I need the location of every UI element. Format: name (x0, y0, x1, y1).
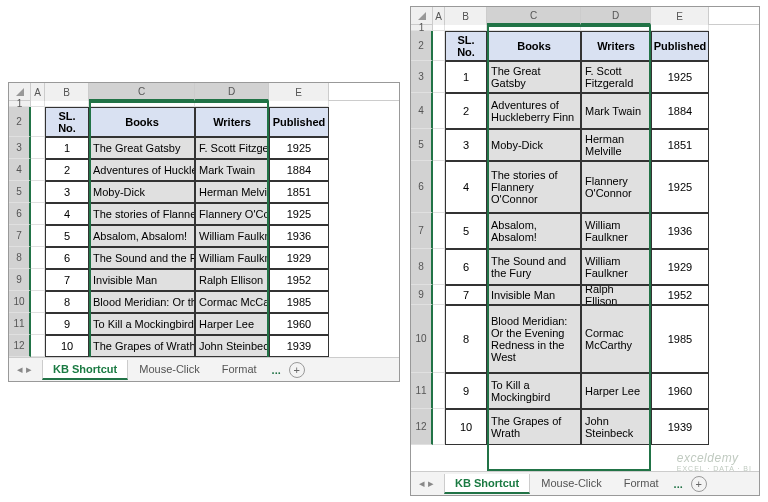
cell-writer[interactable]: Herman Melville (581, 129, 651, 161)
row-header[interactable]: 4 (411, 93, 433, 129)
col-D[interactable]: D (581, 7, 651, 25)
cell-book[interactable]: The Great Gatsby (89, 137, 195, 159)
row-header[interactable]: 5 (411, 129, 433, 161)
cell-year[interactable]: 1939 (651, 409, 709, 445)
cell-writer[interactable]: Harper Lee (581, 373, 651, 409)
cell-writer[interactable]: Ralph Ellison (195, 269, 269, 291)
cell-writer[interactable]: William Faulkner (581, 213, 651, 249)
cell-writer[interactable]: John Steinbeck (581, 409, 651, 445)
row-header[interactable]: 12 (411, 409, 433, 445)
tab-nav[interactable]: ◂ ▸ (419, 477, 444, 490)
cell-writer[interactable]: Cormac McCarthy (195, 291, 269, 313)
col-A[interactable]: A (433, 7, 445, 25)
new-sheet-button[interactable]: + (289, 362, 305, 378)
cell-book[interactable]: Blood Meridian: Or the Evening Redness i… (487, 305, 581, 373)
row-header[interactable]: 6 (9, 203, 31, 225)
row-header[interactable]: 11 (411, 373, 433, 409)
row-header[interactable]: 10 (9, 291, 31, 313)
row-header[interactable]: 2 (9, 107, 31, 137)
row-header[interactable]: 7 (9, 225, 31, 247)
row-header[interactable]: 10 (411, 305, 433, 373)
cell-year[interactable]: 1960 (269, 313, 329, 335)
col-A[interactable]: A (31, 83, 45, 101)
row-header[interactable]: 3 (411, 61, 433, 93)
tab-kb-shortcut[interactable]: KB Shortcut (444, 474, 530, 494)
cell-book[interactable]: The Grapes of Wrath (487, 409, 581, 445)
cell-sl[interactable]: 9 (445, 373, 487, 409)
col-E[interactable]: E (651, 7, 709, 25)
col-C[interactable]: C (89, 83, 195, 101)
row-header[interactable]: 6 (411, 161, 433, 213)
cell-sl[interactable]: 2 (45, 159, 89, 181)
cell-year[interactable]: 1884 (269, 159, 329, 181)
cell-book[interactable]: Absalom, Absalom! (487, 213, 581, 249)
row-header[interactable]: 5 (9, 181, 31, 203)
row-header[interactable]: 7 (411, 213, 433, 249)
row-header[interactable]: 12 (9, 335, 31, 357)
cell-writer[interactable]: Ralph Ellison (581, 285, 651, 305)
col-D[interactable]: D (195, 83, 269, 101)
cell-year[interactable]: 1925 (651, 161, 709, 213)
cell-sl[interactable]: 6 (45, 247, 89, 269)
tab-format[interactable]: Format (613, 474, 670, 493)
cell-book[interactable]: The Grapes of Wrath (89, 335, 195, 357)
cell-book[interactable]: Blood Meridian: Or the Evening Redness i… (89, 291, 195, 313)
cell-sl[interactable]: 2 (445, 93, 487, 129)
col-B[interactable]: B (445, 7, 487, 25)
tab-kb-shortcut[interactable]: KB Shortcut (42, 360, 128, 380)
cell-writer[interactable]: William Faulkner (195, 225, 269, 247)
cell-writer[interactable]: Mark Twain (581, 93, 651, 129)
cell-year[interactable]: 1952 (651, 285, 709, 305)
cell-writer[interactable]: Flannery O'Connor (581, 161, 651, 213)
cell-writer[interactable]: F. Scott Fitzgerald (581, 61, 651, 93)
cell-writer[interactable]: Cormac McCarthy (581, 305, 651, 373)
cell-sl[interactable]: 10 (45, 335, 89, 357)
cell-sl[interactable]: 5 (45, 225, 89, 247)
cell-sl[interactable]: 8 (45, 291, 89, 313)
col-C[interactable]: C (487, 7, 581, 25)
cell-writer[interactable]: Herman Melville (195, 181, 269, 203)
tab-mouse-click[interactable]: Mouse-Click (530, 474, 613, 493)
cell-book[interactable]: The stories of Flannery O'Connor (89, 203, 195, 225)
cell-sl[interactable]: 4 (45, 203, 89, 225)
cell-sl[interactable]: 7 (45, 269, 89, 291)
row-header[interactable]: 11 (9, 313, 31, 335)
row-header[interactable]: 3 (9, 137, 31, 159)
cell-year[interactable]: 1936 (651, 213, 709, 249)
cell-sl[interactable]: 10 (445, 409, 487, 445)
row-header[interactable]: 9 (411, 285, 433, 305)
tab-more[interactable]: ... (670, 478, 687, 490)
cell-year[interactable]: 1936 (269, 225, 329, 247)
cell-year[interactable]: 1925 (651, 61, 709, 93)
cell-writer[interactable]: William Faulkner (195, 247, 269, 269)
cell-writer[interactable]: John Steinbeck (195, 335, 269, 357)
row-header[interactable]: 8 (411, 249, 433, 285)
cell-writer[interactable]: Harper Lee (195, 313, 269, 335)
row-header[interactable]: 8 (9, 247, 31, 269)
cell-writer[interactable]: F. Scott Fitzgerald (195, 137, 269, 159)
cell-sl[interactable]: 3 (445, 129, 487, 161)
row-header[interactable]: 4 (9, 159, 31, 181)
row-header[interactable]: 9 (9, 269, 31, 291)
cell-sl[interactable]: 1 (45, 137, 89, 159)
cell-sl[interactable]: 9 (45, 313, 89, 335)
tab-more[interactable]: ... (268, 364, 285, 376)
cell-writer[interactable]: William Faulkner (581, 249, 651, 285)
cell-year[interactable]: 1960 (651, 373, 709, 409)
cell-year[interactable]: 1851 (269, 181, 329, 203)
tab-format[interactable]: Format (211, 360, 268, 379)
cell-year[interactable]: 1952 (269, 269, 329, 291)
cell-book[interactable]: Adventures of Huckleberry Finn (89, 159, 195, 181)
cell-sl[interactable]: 3 (45, 181, 89, 203)
cell-sl[interactable]: 6 (445, 249, 487, 285)
cell-book[interactable]: Moby-Dick (487, 129, 581, 161)
cell-year[interactable]: 1929 (269, 247, 329, 269)
cell-year[interactable]: 1939 (269, 335, 329, 357)
cell-year[interactable]: 1884 (651, 93, 709, 129)
cell-writer[interactable]: Flannery O'Connor (195, 203, 269, 225)
cell-sl[interactable]: 8 (445, 305, 487, 373)
tab-nav[interactable]: ◂ ▸ (17, 363, 42, 376)
cell-book[interactable]: The Sound and the Fury (89, 247, 195, 269)
cell-book[interactable]: Absalom, Absalom! (89, 225, 195, 247)
cell-year[interactable]: 1985 (269, 291, 329, 313)
